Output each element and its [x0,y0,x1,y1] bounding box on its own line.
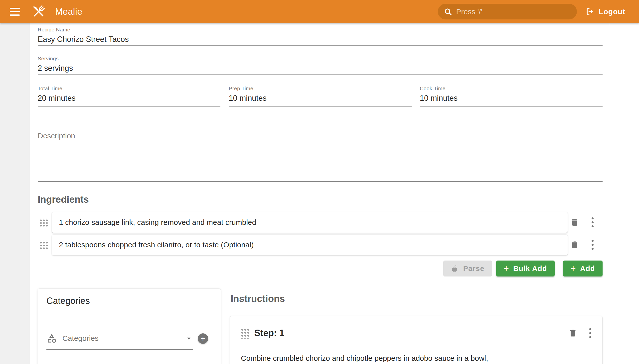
recipe-editor-panel: Recipe Name Easy Chorizo Street Tacos Se… [30,23,609,364]
cook-time-label: Cook Time [420,86,602,92]
plus-icon: + [571,264,576,273]
description-field: Description [38,131,602,182]
recipe-name-field: Recipe Name Easy Chorizo Street Tacos [38,23,602,46]
drag-handle-icon[interactable] [39,240,48,249]
drag-handle-icon[interactable] [39,218,48,227]
app-title: Mealie [55,6,82,17]
divider [43,312,216,312]
mealie-logo-icon [30,4,47,20]
prep-time-field: Prep Time 10 minutes [229,86,411,107]
total-time-input[interactable]: 20 minutes [38,93,221,107]
categories-card: Categories Categories [38,288,221,364]
page-left-gutter [0,23,30,364]
ingredient-row: 2 tablespoons chopped fresh cilantro, or… [38,234,602,255]
hamburger-menu-icon[interactable] [9,7,20,16]
trash-icon [570,218,579,227]
ingredients-heading: Ingredients [38,193,602,206]
drag-handle-icon[interactable] [240,328,249,338]
categories-card-title: Categories [38,289,221,312]
parse-button[interactable]: Parse [443,260,492,276]
ingredient-input[interactable]: 2 tablespoons chopped fresh cilantro, or… [52,234,568,255]
logout-icon [585,7,595,16]
plus-icon: + [201,334,205,342]
instructions-heading: Instructions [231,292,602,305]
page-right-gutter [609,23,639,364]
logout-label: Logout [599,8,625,16]
description-label: Description [38,131,602,141]
delete-ingredient-button[interactable] [570,240,579,249]
search-bar[interactable] [438,4,577,20]
servings-field: Servings 2 servings [38,56,602,74]
instruction-step-card: Step: 1 Combine crumbled chorizo and chi… [230,316,602,364]
app-bar: Mealie Logout [0,0,639,23]
recipe-name-input[interactable]: Easy Chorizo Street Tacos [38,34,602,46]
ingredient-input[interactable]: 1 chorizo sausage link, casing removed a… [52,212,568,232]
plus-icon: + [504,264,509,273]
shapes-icon [46,333,57,344]
logout-button[interactable]: Logout [585,7,625,16]
total-time-field: Total Time 20 minutes [38,86,221,107]
add-label: Add [580,264,595,273]
recipe-name-label: Recipe Name [38,27,602,33]
instructions-column: Instructions Step: 1 Combine crumbled ch… [226,282,609,354]
cook-time-field: Cook Time 10 minutes [420,86,602,107]
categories-select[interactable]: Categories [46,327,193,350]
kebab-menu-icon[interactable] [587,328,593,338]
servings-input[interactable]: 2 servings [38,63,602,74]
description-textarea[interactable] [38,141,602,182]
parse-label: Parse [463,264,485,273]
add-category-button[interactable]: + [198,333,208,344]
search-input[interactable] [456,8,571,16]
add-ingredient-button[interactable]: + Add [563,260,602,276]
servings-label: Servings [38,56,602,62]
prep-time-label: Prep Time [229,86,411,92]
step-text-input[interactable]: Combine crumbled chorizo and chipotle pe… [241,353,592,364]
prep-time-input[interactable]: 10 minutes [229,93,411,107]
categories-select-label: Categories [62,334,179,342]
trash-icon [568,328,577,338]
chevron-down-icon [184,334,193,343]
kebab-menu-icon[interactable] [590,240,595,250]
kebab-menu-icon[interactable] [590,218,595,228]
trash-icon [570,240,579,249]
bulk-add-button[interactable]: + Bulk Add [496,260,555,276]
bulk-add-label: Bulk Add [513,264,547,273]
delete-ingredient-button[interactable] [570,218,579,227]
search-icon [444,8,452,16]
total-time-label: Total Time [38,86,221,92]
step-title: Step: 1 [254,328,568,338]
delete-step-button[interactable] [568,328,577,338]
cook-time-input[interactable]: 10 minutes [420,93,602,107]
apple-icon [451,264,459,272]
ingredient-row: 1 chorizo sausage link, casing removed a… [38,212,602,232]
categories-column: Categories Categories [30,282,226,354]
